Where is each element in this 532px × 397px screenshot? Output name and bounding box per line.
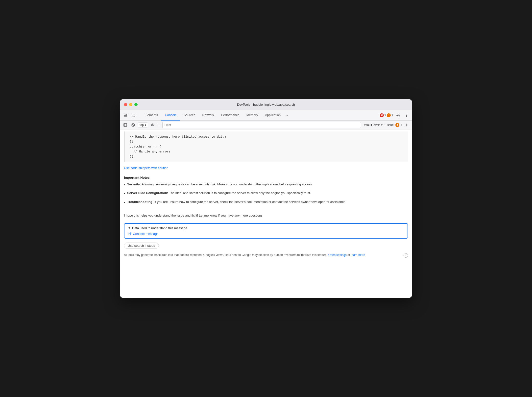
- issue-badge: 1 Issue: ! 1: [384, 123, 402, 127]
- sidebar-icon: [123, 123, 127, 127]
- note-security-bold: Security:: [127, 182, 141, 186]
- svg-rect-12: [124, 124, 127, 126]
- svg-point-10: [406, 115, 407, 115]
- tab-sources[interactable]: Sources: [180, 110, 199, 121]
- svg-rect-0: [124, 114, 125, 115]
- minimize-button[interactable]: [129, 103, 132, 106]
- clear-icon: [131, 123, 135, 127]
- console-settings-button[interactable]: [404, 122, 410, 128]
- titlebar: DevTools - bubble-jingle.web.app/search: [120, 99, 412, 110]
- caution-section: Use code snippets with caution: [120, 164, 412, 174]
- note-server-config: Server-Side Configuration: The ideal and…: [124, 191, 408, 196]
- inspect-icon: [123, 113, 127, 117]
- svg-point-8: [398, 115, 399, 116]
- tab-network[interactable]: Network: [199, 110, 218, 121]
- toolbar-divider: [139, 113, 139, 118]
- inspect-element-button[interactable]: [122, 112, 129, 119]
- context-selector[interactable]: top ▾: [138, 123, 148, 127]
- disclaimer-text: AI tools may generate inaccurate info th…: [124, 253, 402, 257]
- note-security: Security: Allowing cross-origin requests…: [124, 182, 408, 188]
- code-line-3: .catch(error => {: [130, 144, 403, 149]
- tab-performance[interactable]: Performance: [218, 110, 243, 121]
- svg-point-11: [406, 116, 407, 117]
- tab-console[interactable]: Console: [161, 110, 180, 121]
- note-troubleshooting: Troubleshooting: If you are unsure how t…: [124, 199, 408, 205]
- console-content: // Handle the response here (limited acc…: [120, 129, 412, 298]
- note-security-text: Allowing cross-origin requests can be a …: [142, 182, 313, 186]
- chevron-down-icon-levels: ▾: [381, 123, 383, 127]
- more-options-button[interactable]: [403, 112, 410, 119]
- hope-text: I hope this helps you understand the iss…: [120, 212, 412, 221]
- gear-icon: [396, 113, 400, 117]
- note-server-config-text: The ideal and safest solution is to conf…: [169, 191, 311, 195]
- code-block: // Handle the response here (limited acc…: [124, 131, 408, 162]
- clear-console-button[interactable]: [130, 122, 136, 128]
- external-link-icon: [128, 232, 131, 235]
- svg-point-7: [133, 116, 133, 117]
- svg-point-9: [406, 114, 407, 114]
- sidebar-toggle-button[interactable]: [122, 122, 128, 128]
- note-server-config-bold: Server-Side Configuration:: [127, 191, 168, 195]
- device-toggle-button[interactable]: [130, 112, 137, 119]
- triangle-icon: ▼: [128, 226, 131, 229]
- learn-more-link[interactable]: learn more: [351, 253, 365, 257]
- devtools-window: DevTools - bubble-jingle.web.app/search …: [120, 99, 412, 298]
- filter-icon: [157, 123, 161, 127]
- maximize-button[interactable]: [134, 103, 138, 106]
- svg-point-17: [406, 124, 407, 125]
- warn-icon: !: [387, 113, 391, 117]
- window-title: DevTools - bubble-jingle.web.app/search: [237, 103, 295, 106]
- chevron-down-icon: ▾: [145, 123, 146, 127]
- info-icon: i: [404, 253, 408, 258]
- code-line-5: });: [130, 154, 403, 159]
- svg-rect-6: [134, 115, 135, 116]
- filter-input[interactable]: [162, 122, 361, 128]
- use-search-button[interactable]: Use search instead: [124, 243, 159, 249]
- code-line-1: // Handle the response here (limited acc…: [130, 134, 403, 139]
- close-button[interactable]: [124, 103, 127, 106]
- issue-warn-icon: !: [395, 123, 399, 127]
- console-message-link[interactable]: Console message: [128, 232, 404, 236]
- device-icon: [131, 113, 135, 117]
- svg-line-15: [132, 124, 134, 126]
- toolbar-right: ✕ 2 ! 1: [380, 112, 410, 119]
- settings-button[interactable]: [395, 112, 402, 119]
- error-count-badge: ✕ 2 ! 1: [380, 113, 393, 117]
- caution-link[interactable]: Use code snippets with caution: [124, 166, 168, 170]
- data-used-section: ▼ Data used to understand this message C…: [124, 223, 408, 239]
- tab-memory[interactable]: Memory: [243, 110, 262, 121]
- tabs-overflow-button[interactable]: »: [284, 110, 290, 121]
- svg-point-16: [152, 124, 153, 125]
- tab-elements[interactable]: Elements: [141, 110, 161, 121]
- console-gear-icon: [405, 123, 409, 127]
- open-settings-link[interactable]: Open settings: [328, 253, 347, 257]
- notes-list: Security: Allowing cross-origin requests…: [124, 182, 408, 205]
- error-icon: ✕: [380, 113, 384, 117]
- main-toolbar: Elements Console Sources Network Perform…: [120, 110, 412, 121]
- note-troubleshooting-bold: Troubleshooting:: [127, 200, 153, 204]
- console-toolbar: top ▾ Default levels ▾ 1 Issue: ! 1: [120, 121, 412, 129]
- window-controls: [124, 103, 138, 106]
- more-icon: [405, 113, 409, 117]
- tabs-container: Elements Console Sources Network Perform…: [141, 110, 379, 121]
- tab-application[interactable]: Application: [262, 110, 284, 121]
- code-line-4: // Handle any errors: [130, 149, 403, 154]
- default-levels-selector[interactable]: Default levels ▾: [363, 123, 383, 127]
- use-search-container: Use search instead: [120, 241, 412, 251]
- data-used-header[interactable]: ▼ Data used to understand this message: [128, 226, 404, 230]
- code-line-2: }): [130, 139, 403, 144]
- note-troubleshooting-text: If you are unsure how to configure the s…: [154, 200, 346, 204]
- important-notes-title: Important Notes: [124, 176, 408, 179]
- important-notes-section: Important Notes Security: Allowing cross…: [120, 174, 412, 212]
- footer-disclaimer: AI tools may generate inaccurate info th…: [120, 251, 412, 262]
- eye-button[interactable]: [149, 122, 156, 128]
- eye-icon: [151, 124, 155, 126]
